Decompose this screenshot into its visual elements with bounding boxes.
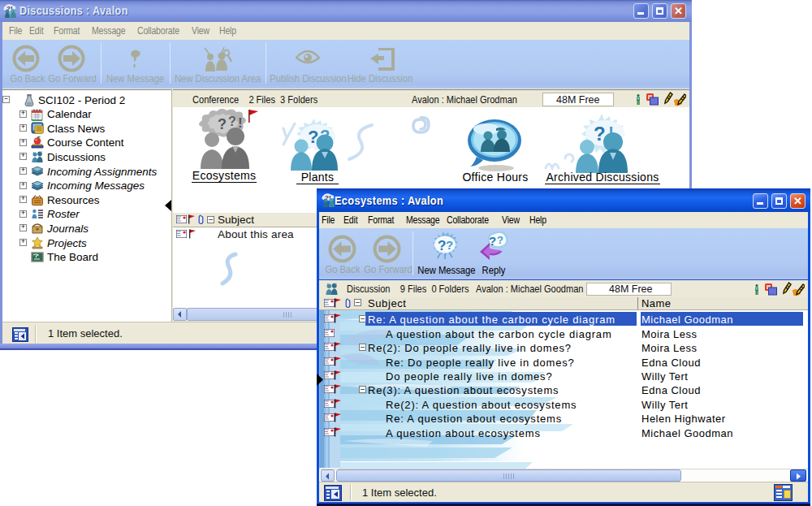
svg-text:?: ? — [497, 234, 503, 246]
svg-text:?: ? — [218, 116, 227, 132]
svg-text:?: ? — [489, 234, 496, 248]
svg-text:?: ? — [438, 238, 446, 253]
svg-text:?: ? — [446, 238, 453, 252]
svg-text:?: ? — [228, 115, 236, 128]
